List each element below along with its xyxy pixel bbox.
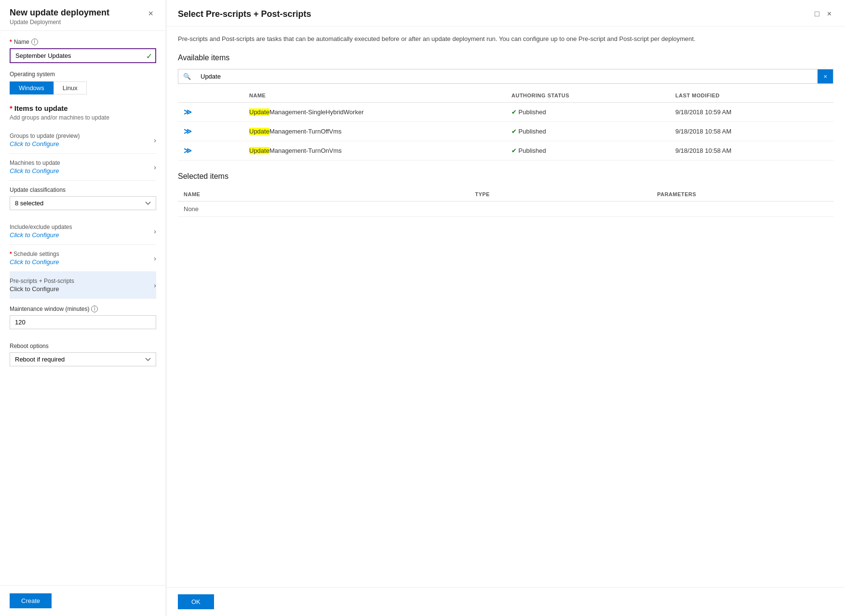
items-subtitle: Add groups and/or machines to update: [10, 114, 156, 121]
machines-to-update-text: Machines to update Click to Configure: [10, 160, 60, 174]
maintenance-label: Maintenance window (minutes) i: [10, 306, 156, 312]
name-check-icon: ✓: [146, 51, 152, 60]
available-modified-1: 9/18/2018 10:59 AM: [670, 102, 833, 121]
machines-to-update-item[interactable]: Machines to update Click to Configure ›: [10, 154, 156, 181]
name-info-icon[interactable]: i: [31, 39, 38, 45]
available-items-table: NAME AUTHORING STATUS LAST MODIFIED ≫ Up…: [178, 89, 833, 161]
table-row[interactable]: ≫ UpdateManagement-TurnOnVms ✔ Published…: [178, 141, 833, 160]
left-panel: New update deployment Update Deployment …: [0, 0, 166, 616]
name-input[interactable]: [10, 48, 156, 63]
table-row[interactable]: ≫ UpdateManagement-TurnOffVms ✔ Publishe…: [178, 121, 833, 141]
groups-to-update-text: Groups to update (preview) Click to Conf…: [10, 133, 80, 147]
selected-type-col-header: TYPE: [469, 187, 651, 201]
highlight-1: Update: [249, 108, 269, 116]
pre-post-scripts-item[interactable]: Pre-scripts + Post-scripts Click to Conf…: [10, 272, 156, 299]
reboot-label: Reboot options: [10, 343, 156, 349]
search-clear-button[interactable]: ×: [818, 69, 833, 83]
available-name-2: UpdateManagement-TurnOffVms: [243, 121, 506, 141]
create-button[interactable]: Create: [10, 593, 52, 608]
reboot-dropdown[interactable]: Reboot if required Never reboot Always r…: [10, 352, 156, 366]
machines-value: Click to Configure: [10, 167, 60, 174]
include-exclude-label: Include/exclude updates: [10, 224, 72, 230]
maintenance-info-icon[interactable]: i: [91, 306, 98, 312]
left-header-text: New update deployment Update Deployment: [10, 8, 109, 26]
schedule-required-star: *: [10, 251, 12, 257]
available-modified-3: 9/18/2018 10:58 AM: [670, 141, 833, 160]
highlight-2: Update: [249, 128, 269, 135]
script-icon-3: ≫: [184, 147, 192, 155]
available-status-2: ✔ Published: [506, 121, 670, 141]
maintenance-section: Maintenance window (minutes) i: [10, 306, 156, 337]
name-required-star: *: [10, 39, 12, 45]
available-modified-col-header: LAST MODIFIED: [670, 89, 833, 103]
maintenance-input[interactable]: [10, 315, 156, 329]
update-class-label: Update classifications: [10, 187, 156, 193]
name-input-wrapper: ✓: [10, 48, 156, 63]
schedule-value: Click to Configure: [10, 258, 59, 266]
items-title-text: Items to update: [14, 104, 68, 112]
items-required-star: *: [10, 104, 13, 112]
right-header: Select Pre-scripts + Post-scripts □ ×: [166, 0, 845, 27]
check-icon-3: ✔: [511, 147, 517, 154]
available-status-1: ✔ Published: [506, 102, 670, 121]
available-icon-col-header: [178, 89, 243, 103]
available-modified-2: 9/18/2018 10:58 AM: [670, 121, 833, 141]
items-to-update-title: * Items to update: [10, 104, 156, 112]
ok-button[interactable]: OK: [178, 594, 214, 609]
selected-items-heading: Selected items: [178, 172, 833, 181]
groups-label: Groups to update (preview): [10, 133, 80, 139]
left-header: New update deployment Update Deployment …: [0, 0, 166, 31]
available-status-3: ✔ Published: [506, 141, 670, 160]
os-buttons: Windows Linux: [10, 81, 156, 94]
update-class-dropdown-wrapper: 8 selected: [10, 196, 156, 210]
os-linux-button[interactable]: Linux: [54, 81, 87, 94]
pre-post-chevron-icon: ›: [154, 281, 156, 289]
check-icon-1: ✔: [511, 108, 517, 116]
os-windows-button[interactable]: Windows: [10, 81, 54, 94]
groups-chevron-icon: ›: [154, 136, 156, 144]
available-name-3: UpdateManagement-TurnOnVms: [243, 141, 506, 160]
selected-none-text: None: [178, 201, 833, 216]
left-footer: Create: [0, 585, 166, 616]
machines-label: Machines to update: [10, 160, 60, 166]
include-exclude-item[interactable]: Include/exclude updates Click to Configu…: [10, 218, 156, 245]
name-label-text: Name: [14, 39, 29, 45]
available-status-col-header: AUTHORING STATUS: [506, 89, 670, 103]
update-class-section: Update classifications 8 selected: [10, 187, 156, 210]
available-items-heading: Available items: [178, 54, 833, 62]
left-panel-close-button[interactable]: ×: [145, 8, 156, 20]
include-exclude-text: Include/exclude updates Click to Configu…: [10, 224, 72, 239]
description-text: Pre-scripts and Post-scripts are tasks t…: [178, 34, 833, 44]
pre-post-label: Pre-scripts + Post-scripts: [10, 278, 74, 284]
available-name-1: UpdateManagement-SingleHybridWorker: [243, 102, 506, 121]
selected-params-col-header: PARAMETERS: [651, 187, 833, 201]
script-icon-1: ≫: [184, 108, 192, 116]
panel-subtitle: Update Deployment: [10, 19, 109, 26]
search-input[interactable]: [196, 69, 818, 83]
update-class-dropdown[interactable]: 8 selected: [10, 196, 156, 210]
selected-none-row: None: [178, 201, 833, 216]
selected-items-table: NAME TYPE PARAMETERS None: [178, 187, 833, 217]
selected-name-col-header: NAME: [178, 187, 469, 201]
right-body: Pre-scripts and Post-scripts are tasks t…: [166, 27, 845, 587]
schedule-settings-text: * Schedule settings Click to Configure: [10, 251, 59, 266]
schedule-chevron-icon: ›: [154, 254, 156, 262]
check-icon-2: ✔: [511, 128, 517, 135]
name-label: * Name i: [10, 39, 156, 45]
left-body: * Name i ✓ Operating system Windows Linu…: [0, 31, 166, 585]
panel-title: New update deployment: [10, 8, 109, 18]
table-row[interactable]: ≫ UpdateManagement-SingleHybridWorker ✔ …: [178, 102, 833, 121]
script-icon-2: ≫: [184, 127, 192, 135]
search-bar: 🔍 ×: [178, 69, 833, 84]
os-label: Operating system: [10, 71, 156, 78]
search-icon: 🔍: [178, 69, 196, 83]
groups-to-update-item[interactable]: Groups to update (preview) Click to Conf…: [10, 127, 156, 154]
right-footer: OK: [166, 587, 845, 616]
minimize-button[interactable]: □: [813, 8, 821, 20]
include-exclude-value: Click to Configure: [10, 231, 72, 239]
right-panel: Select Pre-scripts + Post-scripts □ × Pr…: [166, 0, 845, 616]
reboot-dropdown-wrapper: Reboot if required Never reboot Always r…: [10, 352, 156, 366]
schedule-settings-item[interactable]: * Schedule settings Click to Configure ›: [10, 245, 156, 272]
right-panel-close-button[interactable]: ×: [825, 8, 833, 20]
pre-post-scripts-text: Pre-scripts + Post-scripts Click to Conf…: [10, 278, 74, 293]
